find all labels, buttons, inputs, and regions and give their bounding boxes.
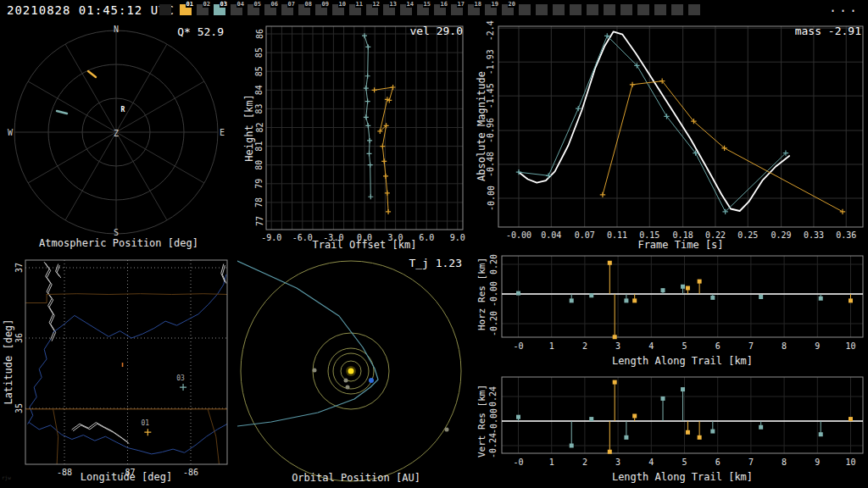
map-river-north [53, 274, 226, 338]
plus-marker [840, 209, 845, 214]
planet-dot [445, 428, 449, 432]
frame-tabs: 0102030405060708091011121314151617181920 [159, 4, 705, 15]
svg-text:7: 7 [748, 458, 754, 467]
plus-marker [546, 173, 551, 178]
frame-tab-13[interactable]: 13 [383, 4, 395, 15]
q-annotation: Q* 52.9 [177, 25, 224, 38]
frame-tab-blank-21[interactable] [519, 4, 531, 15]
trail-series-station-03 [362, 33, 373, 199]
svg-text:1: 1 [549, 458, 554, 467]
plus-marker [383, 174, 388, 179]
svg-text:01: 01 [142, 419, 150, 427]
map-river-west [28, 340, 51, 424]
square-marker [516, 415, 520, 419]
panel-horz-res: -0123456789100.20-0.00-0.20 Horz Res [km… [475, 250, 868, 370]
frame-tab-03[interactable]: 03 [214, 4, 225, 15]
square-marker [608, 261, 612, 265]
frame-tab-05[interactable]: 05 [248, 4, 259, 15]
plus-marker [367, 138, 372, 143]
panel-atmospheric: NSWEZR Q* 52.9 Atmospheric Position [deg… [0, 20, 237, 254]
square-marker [608, 450, 612, 454]
map-border-ga-al [208, 409, 219, 465]
frame-tab-07[interactable]: 07 [281, 4, 293, 15]
svg-text:6: 6 [715, 341, 721, 351]
plus-marker [365, 74, 370, 79]
frame-tab-blank-26[interactable] [604, 4, 615, 15]
frame-tab-15[interactable]: 15 [417, 4, 429, 15]
svg-text:03: 03 [176, 374, 185, 382]
frame-tab-19[interactable]: 19 [485, 4, 497, 15]
frame-tab-blank-0[interactable] [159, 4, 171, 15]
frame-tab-08[interactable]: 08 [298, 4, 310, 15]
frame-tab-number: 12 [372, 1, 381, 8]
svg-text:-0: -0 [513, 458, 523, 467]
frame-tab-16[interactable]: 16 [434, 4, 446, 15]
frame-tab-11[interactable]: 11 [349, 4, 361, 15]
square-marker [570, 443, 574, 447]
frame-tab-blank-22[interactable] [536, 4, 548, 15]
svg-text:4: 4 [648, 458, 654, 467]
frame-tab-20[interactable]: 20 [502, 4, 514, 15]
svg-text:80: 80 [255, 160, 264, 170]
svg-text:3: 3 [615, 341, 620, 351]
frame-tab-06[interactable]: 06 [264, 4, 276, 15]
frame-tab-04[interactable]: 04 [231, 4, 242, 15]
square-marker [759, 295, 763, 299]
square-marker [759, 425, 763, 430]
frame-tab-blank-29[interactable] [654, 4, 666, 15]
frame-tab-blank-24[interactable] [570, 4, 581, 15]
frame-tab-number: 09 [321, 1, 330, 8]
plus-marker [386, 209, 391, 214]
frame-tab-02[interactable]: 02 [197, 4, 209, 15]
frame-tab-12[interactable]: 12 [366, 4, 378, 15]
frame-tab-blank-23[interactable] [553, 4, 565, 15]
frame-tab-18[interactable]: 18 [468, 4, 480, 15]
frame-tab-blank-25[interactable] [587, 4, 598, 15]
frame-tab-blank-27[interactable] [620, 4, 632, 15]
frame-tab-blank-31[interactable] [688, 4, 700, 15]
svg-text:5: 5 [682, 341, 687, 351]
magnitude-ylabel: Absolute Magnitude [476, 71, 487, 181]
orbit-diagram [237, 250, 475, 488]
planet-dot [344, 379, 348, 383]
frame-tab-number: 03 [220, 1, 228, 8]
svg-text:1: 1 [549, 341, 554, 351]
square-marker [632, 298, 637, 302]
frame-tab-17[interactable]: 17 [451, 4, 463, 15]
frame-tab-number: 16 [440, 1, 448, 8]
axes-box [498, 26, 863, 227]
frame-tab-number: 10 [338, 1, 347, 8]
square-marker [570, 298, 574, 302]
plus-marker [381, 158, 387, 164]
plus-marker [180, 384, 186, 391]
frame-tab-blank-30[interactable] [671, 4, 683, 15]
mag-series-fit [519, 31, 789, 211]
overflow-menu-dots[interactable]: ... [829, 0, 860, 15]
plus-marker [365, 99, 370, 104]
square-marker [661, 288, 665, 292]
map-border-ky-tn [47, 294, 227, 295]
atmospheric-polar-plot: NSWEZR [0, 20, 237, 254]
square-marker [698, 435, 702, 440]
frame-tab-09[interactable]: 09 [315, 4, 327, 15]
sky-trail-01 [88, 71, 96, 77]
map-features [25, 262, 227, 464]
svg-text:82: 82 [255, 122, 264, 132]
plus-marker [144, 429, 151, 435]
frame-tab-10[interactable]: 10 [332, 4, 344, 15]
watermark: rjw [2, 474, 11, 480]
svg-text:3: 3 [615, 458, 620, 467]
map-station-03: 03 [176, 374, 186, 391]
plus-marker [630, 82, 635, 87]
panel-vert-res: -0123456789100.24-0.00-0.24 Vert Res [km… [475, 370, 868, 488]
frame-tab-01[interactable]: 01 [180, 4, 192, 15]
utc-timestamp: 20210828 01:45:12 UTC [7, 3, 175, 17]
svg-text:-0: -0 [513, 341, 523, 351]
frame-tab-14[interactable]: 14 [400, 4, 412, 15]
frame-tab-blank-28[interactable] [637, 4, 649, 15]
frame-tab-number: 06 [270, 1, 279, 8]
square-marker [632, 413, 637, 418]
square-marker [849, 417, 853, 421]
svg-text:83: 83 [255, 103, 264, 114]
svg-text:-1.93: -1.93 [487, 49, 496, 75]
